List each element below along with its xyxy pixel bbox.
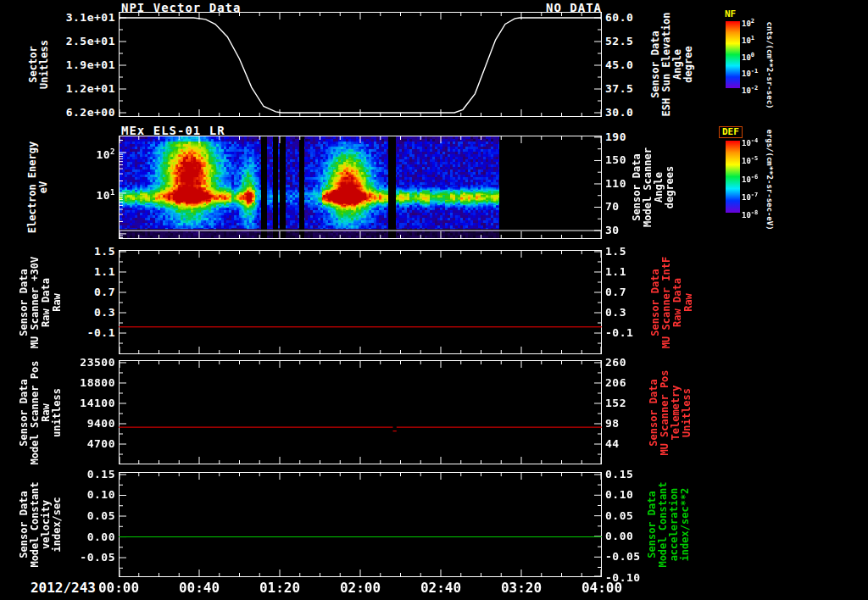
- axis-title-line: index/sec: [52, 453, 63, 597]
- axis-tick-label: 1.2e+01: [51, 83, 115, 94]
- panel-model-constant-plot: [119, 472, 602, 577]
- time-tick-label: 02:00: [335, 581, 386, 595]
- panel-npi-vector-data-plot: [119, 12, 602, 117]
- time-tick-label: 03:20: [496, 581, 547, 595]
- colorbar-tick-label: 10-6: [742, 174, 758, 184]
- colorbar-tick-label: 100: [742, 52, 754, 62]
- panel-mu-scanner-30v-plot: [119, 250, 602, 354]
- axis-title-line: degree: [683, 0, 694, 136]
- axis-tick-label: 102: [51, 147, 115, 160]
- colorbar-units-def: ergs/(cm**2-sr-sec-eV): [765, 116, 774, 243]
- time-tick-label: 00:00: [93, 581, 144, 595]
- time-tick-label: 02:40: [415, 581, 466, 595]
- figure-root: NPI Vector Data NO DATA MEx ELS-01 LR 20…: [0, 0, 868, 600]
- axis-title-line: index/sec**2: [680, 453, 691, 597]
- colorbar-nf: [726, 21, 740, 88]
- colorbar-title-def: DEF: [719, 126, 743, 138]
- axis-tick-label: 3.1e+01: [51, 12, 115, 23]
- model-constant-right-axis-title: Sensor DataModel Constantaccelerationind…: [647, 453, 691, 597]
- axis-tick-label: 1.9e+01: [51, 59, 115, 70]
- time-tick-label: 01:20: [254, 581, 305, 595]
- axis-tick-label: 6.2e+00: [51, 107, 115, 118]
- panel-els-spectrogram-plot: [119, 136, 602, 239]
- panel-model-scanner-pos-plot: [119, 360, 602, 464]
- series-esh-sun-elevation-angle: [119, 18, 602, 113]
- colorbar-tick-label: 101: [742, 35, 754, 45]
- colorbar-tick-label: 10-7: [742, 192, 758, 202]
- axis-tick-label: 2.5e+01: [51, 36, 115, 47]
- time-tick-label: 04:00: [576, 581, 627, 595]
- colorbar-units-nf: cnts/(cm**2-sr-sec): [765, 2, 774, 129]
- colorbar-def: [726, 141, 740, 213]
- colorbar-tick-label: 10-8: [742, 209, 758, 219]
- time-tick-label: 00:40: [174, 581, 225, 595]
- colorbar-tick-label: 10-1: [742, 68, 758, 78]
- colorbar-tick-label: 102: [742, 18, 754, 28]
- colorbar-title-nf: NF: [725, 9, 736, 19]
- model-constant-left-axis-title: Sensor DataModel Constantvelocityindex/s…: [19, 453, 63, 597]
- axis-tick-label: 101: [51, 187, 115, 201]
- colorbar-tick-label: 10-2: [742, 85, 758, 95]
- colorbar-tick-label: 10-5: [742, 155, 758, 165]
- colorbar-tick-label: 10-4: [742, 137, 758, 147]
